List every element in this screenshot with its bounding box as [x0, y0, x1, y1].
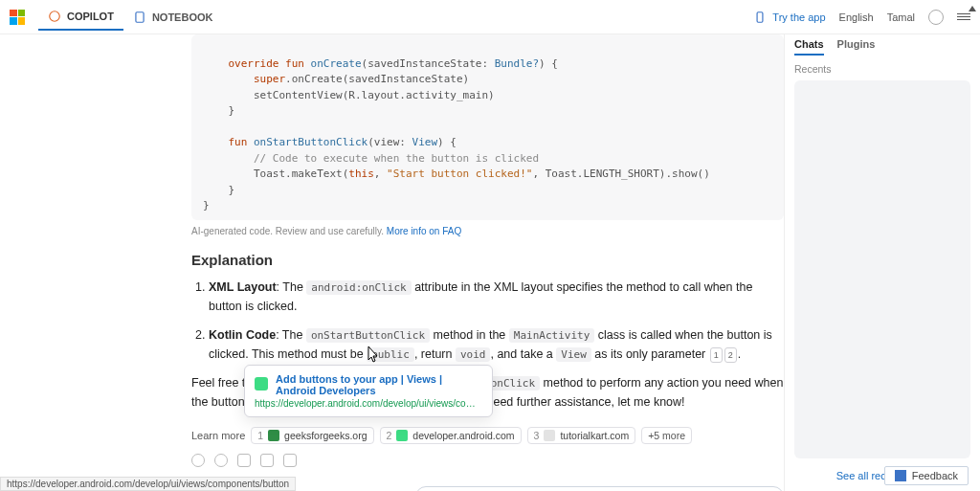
right-panel: Chats Plugins Recents See all recent cha…	[784, 34, 980, 491]
mobile-icon	[753, 11, 767, 24]
tooltip-title[interactable]: Add buttons to your app | Views | Androi…	[255, 373, 482, 396]
copilot-icon	[48, 10, 61, 23]
thumbs-down-icon[interactable]	[214, 454, 228, 467]
user-name[interactable]: Tamal	[887, 11, 915, 23]
status-bar-url: https://developer.android.com/develop/ui…	[0, 477, 296, 491]
explanation-item-kotlin: Kotlin Code: The onStartButtonClick meth…	[209, 325, 784, 364]
svg-point-0	[50, 11, 60, 21]
android-icon	[255, 377, 268, 391]
right-tab-plugins[interactable]: Plugins	[837, 38, 876, 56]
recents-placeholder	[794, 80, 970, 458]
code-block: override fun onCreate(savedInstanceState…	[191, 34, 784, 220]
faq-link[interactable]: More info on FAQ	[387, 226, 461, 236]
thumbs-up-icon[interactable]	[191, 454, 205, 467]
avatar-icon[interactable]	[928, 10, 944, 25]
tab-copilot-label: COPILOT	[67, 11, 114, 22]
source-chip-1[interactable]: 1geeksforgeeks.org	[251, 427, 373, 444]
source-chip-3[interactable]: 3tutorialkart.com	[527, 427, 636, 444]
tooltip-url: https://developer.android.com/develop/ui…	[255, 398, 482, 409]
share-icon[interactable]	[283, 454, 297, 467]
message-feedback-row	[191, 454, 784, 467]
gfg-icon	[268, 430, 279, 441]
android-icon	[396, 430, 408, 441]
more-sources-chip[interactable]: +5 more	[641, 427, 692, 444]
try-the-app-link[interactable]: Try the app	[753, 11, 825, 24]
svg-rect-2	[757, 11, 763, 22]
recents-label: Recents	[785, 56, 980, 78]
suggestion-chip[interactable]: Can you show me how to handle button cli…	[415, 486, 784, 492]
source-tooltip: Add buttons to your app | Views | Androi…	[244, 365, 493, 417]
learn-more-row: Learn more 1geeksforgeeks.org 2developer…	[191, 427, 784, 444]
notebook-icon	[133, 11, 146, 24]
microsoft-logo	[10, 10, 25, 25]
learn-more-label: Learn more	[191, 430, 245, 441]
tab-notebook-label: NOTEBOOK	[152, 11, 213, 23]
feedback-icon	[895, 470, 906, 481]
copy-icon[interactable]	[237, 454, 251, 467]
language-selector[interactable]: English	[839, 11, 874, 23]
citation-2[interactable]: 2	[724, 347, 737, 363]
scroll-up-arrow-icon[interactable]	[969, 6, 976, 15]
tab-notebook[interactable]: NOTEBOOK	[123, 5, 223, 30]
citation-1[interactable]: 1	[710, 347, 723, 363]
export-icon[interactable]	[260, 454, 274, 467]
conversation-area: override fun onCreate(savedInstanceState…	[0, 34, 784, 491]
source-chip-2[interactable]: 2developer.android.com	[380, 427, 522, 444]
explanation-item-xml: XML Layout: The android:onClick attribut…	[209, 278, 784, 316]
explanation-list: XML Layout: The android:onClick attribut…	[191, 278, 784, 364]
ai-disclaimer: AI-generated code. Review and use carefu…	[191, 226, 784, 236]
tab-copilot[interactable]: COPILOT	[38, 4, 123, 31]
feedback-button[interactable]: Feedback	[884, 466, 969, 485]
top-bar: COPILOT NOTEBOOK Try the app English Tam…	[0, 0, 980, 34]
svg-rect-1	[136, 11, 144, 22]
explanation-heading: Explanation	[191, 252, 784, 268]
tutorialkart-icon	[544, 430, 555, 441]
right-tab-chats[interactable]: Chats	[794, 38, 824, 56]
